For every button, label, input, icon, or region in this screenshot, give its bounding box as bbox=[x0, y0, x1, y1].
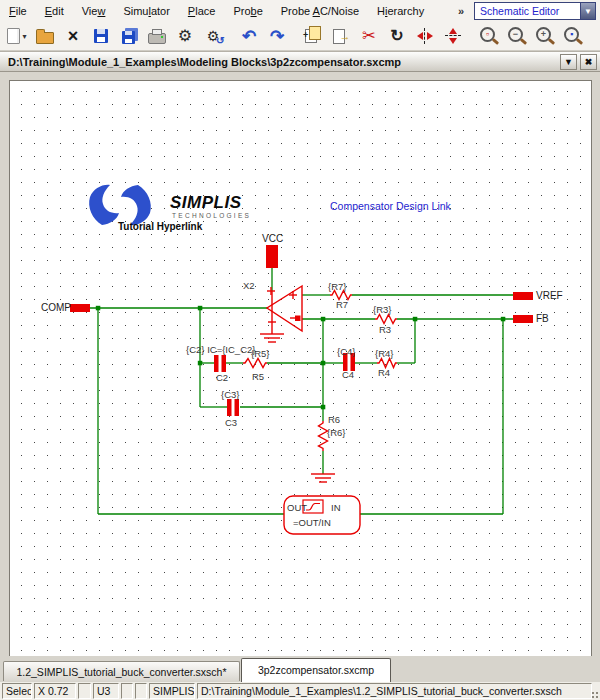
c4-value-label[interactable]: {C4} bbox=[337, 346, 356, 357]
zoom-out-icon[interactable]: − bbox=[504, 23, 530, 49]
open-folder-icon bbox=[36, 32, 54, 44]
menu-probe[interactable]: Probe bbox=[224, 0, 271, 22]
fb-terminal-label[interactable]: FB bbox=[536, 313, 549, 324]
schematic-canvas[interactable]: COMP VREF FB VCC X2 {R7} R7 {R3} R3 {C2}… bbox=[9, 80, 592, 657]
menu-hierarchy[interactable]: Hierarchy bbox=[368, 0, 433, 22]
r6-value-label[interactable]: {R6} bbox=[327, 427, 346, 438]
resistor-r3[interactable] bbox=[375, 315, 397, 324]
r4-ref-label[interactable]: R4 bbox=[378, 367, 390, 378]
save-all-icon bbox=[122, 31, 135, 44]
tab-3p2zcompensator-sxcmp[interactable]: 3p2zcompensator.sxcmp bbox=[241, 658, 391, 682]
c4-ref-label[interactable]: C4 bbox=[342, 369, 354, 380]
opamp-symbol[interactable] bbox=[260, 286, 302, 342]
toolbar-overflow[interactable]: » bbox=[596, 23, 600, 49]
r4-value-label[interactable]: {R4} bbox=[375, 348, 394, 359]
paste-place-icon[interactable] bbox=[328, 23, 354, 49]
menu-bar-items: FileEditViewSimulatorPlaceProbeProbe AC/… bbox=[0, 0, 433, 22]
wire-junctions bbox=[96, 306, 506, 410]
save-all-icon[interactable] bbox=[116, 23, 142, 49]
tutorial-hyperlink[interactable]: Tutorial Hyperlink bbox=[118, 221, 202, 232]
settings-gear-icon: ⚙ bbox=[178, 28, 192, 44]
editor-mode-dropdown-icon[interactable]: ▼ bbox=[580, 3, 595, 19]
settings-gear-icon[interactable]: ⚙ bbox=[172, 23, 198, 49]
mirror-vertical-icon bbox=[417, 29, 433, 43]
r7-ref-label[interactable]: R7 bbox=[336, 299, 348, 310]
redo-icon: ↷ bbox=[270, 28, 284, 45]
simplis-logo-text[interactable]: SIMPLIS bbox=[170, 193, 242, 213]
window-menu-button[interactable]: ▼ bbox=[560, 54, 577, 70]
menu-overflow-chevron[interactable]: » bbox=[454, 0, 468, 22]
status-cursor-coordinate: X 0.72 bbox=[34, 683, 76, 699]
comp-terminal[interactable] bbox=[70, 304, 90, 312]
duplicate-icon bbox=[305, 29, 317, 43]
vref-terminal[interactable] bbox=[513, 292, 533, 300]
mirror-horizontal-icon[interactable] bbox=[440, 23, 466, 49]
menu-simulator[interactable]: Simulator bbox=[114, 0, 178, 22]
status-empty-cell bbox=[121, 683, 133, 699]
vref-terminal-label[interactable]: VREF bbox=[536, 290, 563, 301]
r7-value-label[interactable]: {R7} bbox=[328, 281, 347, 292]
status-empty-cell bbox=[78, 683, 91, 699]
r5-value-label[interactable]: {R5} bbox=[251, 348, 270, 359]
mirror-vertical-icon[interactable] bbox=[412, 23, 438, 49]
r3-value-label[interactable]: {R3} bbox=[373, 304, 392, 315]
capacitor-c2[interactable] bbox=[214, 355, 226, 372]
gear-refresh-icon bbox=[207, 29, 220, 43]
capacitor-c3[interactable] bbox=[227, 399, 239, 416]
status-simulator-engine: SIMPLIS bbox=[149, 683, 195, 699]
c2-ref-label[interactable]: C2 bbox=[216, 372, 228, 383]
rotate-icon[interactable]: ↻ bbox=[384, 23, 410, 49]
gear-refresh-icon[interactable] bbox=[200, 23, 226, 49]
zoom-in-icon[interactable]: + bbox=[532, 23, 558, 49]
compensator-design-link[interactable]: Compensator Design Link bbox=[330, 200, 451, 212]
window-close-button[interactable]: ✖ bbox=[580, 54, 597, 70]
menu-file[interactable]: File bbox=[0, 0, 36, 22]
delete-icon[interactable]: × bbox=[60, 23, 86, 49]
transfer-block-formula: =OUT/IN bbox=[293, 517, 331, 528]
redo-icon[interactable]: ↷ bbox=[264, 23, 290, 49]
duplicate-icon[interactable] bbox=[300, 23, 326, 49]
undo-icon: ↶ bbox=[242, 28, 256, 45]
vcc-terminal-label[interactable]: VCC bbox=[262, 233, 283, 244]
c2-value-label[interactable]: {C2} IC={IC_C2} bbox=[186, 344, 255, 355]
simplis-logo-icon[interactable] bbox=[89, 185, 151, 225]
fb-terminal[interactable] bbox=[513, 315, 533, 323]
vcc-terminal-symbol[interactable] bbox=[266, 245, 278, 268]
comp-terminal-label[interactable]: COMP bbox=[41, 302, 71, 313]
cut-icon[interactable]: ✂ bbox=[356, 23, 382, 49]
zoom-fit-icon[interactable]: ▪ bbox=[560, 23, 586, 49]
open-folder-icon[interactable] bbox=[32, 23, 58, 49]
schematic-drawing bbox=[10, 81, 591, 656]
canvas-gutter: COMP VREF FB VCC X2 {R7} R7 {R3} R3 {C2}… bbox=[0, 72, 600, 656]
tab-1-2-simplis-tutorial-buck-converter-sxsch[interactable]: 1.2_SIMPLIS_tutorial_buck_converter.sxsc… bbox=[3, 661, 240, 681]
menu-view[interactable]: View bbox=[73, 0, 115, 22]
editor-mode-selector[interactable]: Schematic Editor ▼ bbox=[474, 2, 596, 20]
save-icon[interactable] bbox=[88, 23, 114, 49]
status-empty-cell bbox=[135, 683, 147, 699]
c3-ref-label[interactable]: C3 bbox=[225, 417, 237, 428]
zoom-out-icon: − bbox=[508, 27, 523, 42]
document-titlebar: D:\Training\Module_1_Examples\Modeling B… bbox=[0, 51, 600, 72]
zoom-area-icon[interactable]: ▫ bbox=[476, 23, 502, 49]
menu-edit[interactable]: Edit bbox=[36, 0, 73, 22]
print-icon[interactable] bbox=[144, 23, 170, 49]
new-document-dropdown-icon[interactable]: ▾ bbox=[22, 32, 26, 41]
mirror-horizontal-icon bbox=[446, 28, 460, 44]
r6-ref-label[interactable]: R6 bbox=[328, 414, 340, 425]
new-document-icon[interactable]: ▾ bbox=[4, 23, 30, 49]
status-mode: Select bbox=[2, 683, 32, 699]
transfer-block-in-label: IN bbox=[331, 502, 341, 513]
r5-ref-label[interactable]: R5 bbox=[252, 371, 264, 382]
document-path: D:\Training\Module_1_Examples\Modeling B… bbox=[0, 56, 560, 68]
resistor-r5[interactable] bbox=[243, 359, 267, 368]
status-bar: Select X 0.72 U3 SIMPLIS D:\Training\Mod… bbox=[0, 682, 600, 700]
menu-place[interactable]: Place bbox=[179, 0, 225, 22]
undo-icon[interactable]: ↶ bbox=[236, 23, 262, 49]
opamp-ref-label[interactable]: X2 bbox=[243, 280, 255, 291]
resize-grip[interactable] bbox=[591, 691, 599, 699]
delete-icon: × bbox=[68, 27, 79, 45]
c3-value-label[interactable]: {C3} bbox=[221, 389, 240, 400]
menu-bar: FileEditViewSimulatorPlaceProbeProbe AC/… bbox=[0, 0, 600, 23]
menu-probe-ac-noise[interactable]: Probe AC/Noise bbox=[272, 0, 368, 22]
r3-ref-label[interactable]: R3 bbox=[379, 324, 391, 335]
